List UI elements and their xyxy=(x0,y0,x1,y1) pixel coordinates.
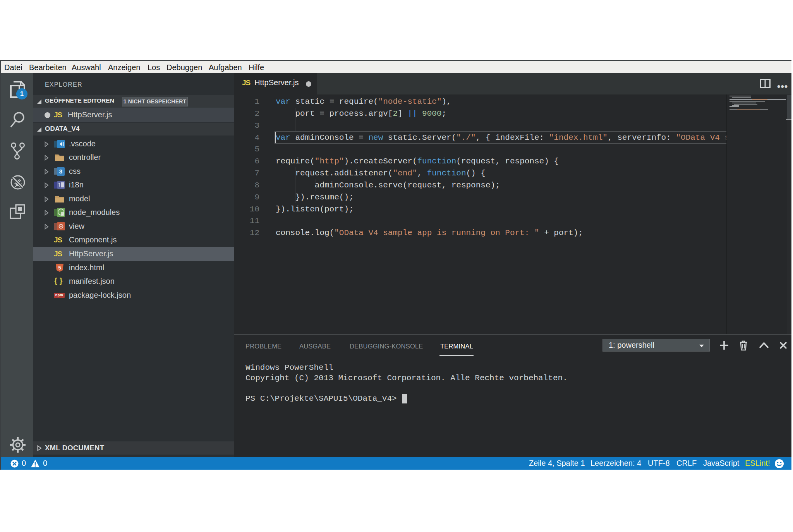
svg-text:5: 5 xyxy=(58,265,61,271)
